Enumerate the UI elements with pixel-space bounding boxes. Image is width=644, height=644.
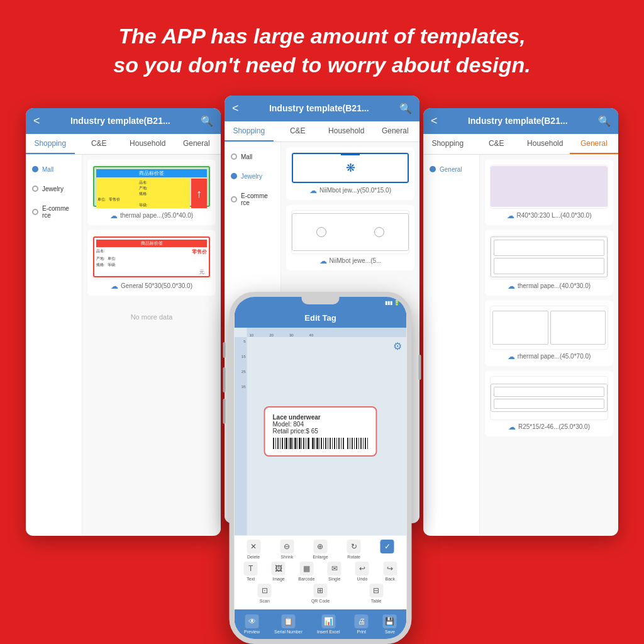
tab-shopping-right[interactable]: Shopping (423, 134, 472, 154)
tool-print[interactable]: 🖨 Print (355, 614, 369, 634)
sidebar-left: Mall Jewelry E-commerce (26, 155, 82, 535)
sidebar-item-jewelry-middle[interactable]: Jewelry (225, 167, 280, 186)
app-screen-right: < Industry template(B21... 🔍 Shopping C&… (423, 108, 618, 536)
label-green: 商品标价签 品名: 产地: 规格: 单位:零售价 等级: (93, 166, 210, 207)
search-icon-right[interactable]: 🔍 (598, 115, 611, 127)
scan-icon: ⊡ (258, 584, 272, 597)
tab-ce-right[interactable]: C&E (472, 134, 521, 154)
template-preview-lavender (490, 165, 608, 209)
tab-household-left[interactable]: Household (123, 134, 172, 154)
jewelry-label: ❋ (292, 153, 409, 183)
tab-household-right[interactable]: Household (521, 134, 570, 154)
vol-up-button (223, 367, 226, 392)
tool-text[interactable]: T Text (240, 562, 262, 581)
toolbar-row3: ⊡ Scan ⊞ QR Code ⊟ Table (237, 584, 404, 603)
cloud-icon-red: ☁ (111, 282, 118, 291)
tool-serial[interactable]: 📋 Serial Number (274, 614, 303, 634)
label-red-row1: 品名: 零售价 (96, 248, 207, 255)
phone-outer: ▮▮▮ 🔋 Edit Tag 10203040 5152535 ⚙ (230, 292, 415, 644)
shrink-icon: ⊖ (280, 540, 294, 553)
template-preview-red: 商品标价签 品名: 零售价 产地:单位: 规格:等级: 元 (92, 235, 211, 279)
tool-back[interactable]: ↪ Back (379, 562, 401, 581)
sidebar-item-ecommerce-left[interactable]: E-commerce (26, 199, 82, 225)
template-label-red: ☁ General 50*30(50.0*30.0) (92, 282, 211, 291)
tabs-middle: Shopping C&E Household General (225, 121, 419, 142)
tool-preview[interactable]: 👁 Preview (244, 614, 260, 634)
back-button-right[interactable]: < (431, 114, 438, 128)
phone-header: Edit Tag (235, 308, 407, 328)
template-preview-double (490, 235, 608, 279)
label-green-title: 商品标价签 (96, 169, 207, 177)
ruler-vertical: 5152535 (235, 337, 247, 535)
template-item-green[interactable]: 商品标价签 品名: 产地: 规格: 单位:零售价 等级: (87, 160, 216, 225)
template-item-jewelry[interactable]: ❋ ☁ NiiMbot jew...y(50.0*15.0) (286, 147, 414, 200)
back-button-middle[interactable]: < (232, 102, 239, 115)
cloud-icon-green: ☁ (110, 211, 118, 220)
tab-ce-middle[interactable]: C&E (274, 121, 323, 142)
cloud-icon-double-v: ☁ (508, 352, 515, 361)
tab-shopping-left[interactable]: Shopping (26, 134, 75, 154)
template-item-double-v[interactable]: ☁ rhermal pape...(45.0*70.0) (485, 301, 613, 366)
sidebar-item-mall-middle[interactable]: Mall (225, 147, 280, 167)
no-more-data: No more data (87, 301, 216, 333)
tool-save[interactable]: 💾 Save (383, 614, 397, 634)
tool-qrcode[interactable]: ⊞ QR Code (309, 584, 331, 603)
check-icon: ✓ (380, 540, 394, 553)
phone-wrapper: ▮▮▮ 🔋 Edit Tag 10203040 5152535 ⚙ (230, 292, 415, 644)
circle2 (374, 227, 384, 237)
template-item-lavender[interactable]: ☁ R40*30:230 L...(40.0*30.0) (485, 160, 613, 225)
app-screen-left: < Industry template(B21... 🔍 Shopping C&… (26, 108, 221, 536)
circle1 (316, 227, 326, 237)
template-item-rect[interactable]: ☁ NiiMbot jewe...(5... (286, 205, 414, 270)
print-icon: 🖨 (355, 614, 369, 628)
tool-undo[interactable]: ↩ Undo (351, 562, 374, 581)
tab-general-right[interactable]: General (570, 134, 619, 154)
tab-ce-left[interactable]: C&E (75, 134, 124, 154)
tool-image[interactable]: 🖼 Image (267, 562, 290, 581)
template-item-small[interactable]: ☁ R25*15/2-46...(25.0*30.0) (485, 371, 613, 436)
template-item-red[interactable]: 商品标价签 品名: 零售价 产地:单位: 规格:等级: 元 ☁ Gener (87, 230, 216, 296)
settings-icon[interactable]: ⚙ (393, 340, 402, 352)
label-red-price: 商品标价签 品名: 零售价 产地:单位: 规格:等级: 元 (93, 236, 210, 277)
tab-general-left[interactable]: General (172, 134, 221, 154)
back-button-left[interactable]: < (33, 114, 40, 128)
tool-excel[interactable]: 📊 Insert Excel (317, 614, 340, 634)
tool-table[interactable]: ⊟ Table (365, 584, 387, 603)
template-label-double: ☁ thermal pape...(40.0*30.0) (490, 282, 608, 291)
tool-check[interactable]: ✓ (376, 540, 399, 559)
label-line1: Lace underwear (273, 414, 369, 421)
sidebar-item-ecommerce-middle[interactable]: E-commerce (225, 186, 280, 213)
cloud-icon-rect: ☁ (319, 257, 327, 265)
sidebar-item-general-right[interactable]: General (423, 160, 479, 179)
label-green-left: 品名: 产地: 规格: 单位:零售价 等级: (96, 179, 190, 209)
search-icon-left[interactable]: 🔍 (201, 115, 213, 127)
screen-title-left: Industry template(B21... (70, 116, 170, 126)
radio-ecommerce-middle (231, 196, 237, 203)
tool-delete[interactable]: ✕ Delete (242, 540, 265, 559)
label-lavender (491, 166, 608, 207)
toolbar-row1: ✕ Delete ⊖ Shrink ⊕ Enlarge ↻ (237, 540, 404, 559)
label-double (491, 236, 608, 277)
phone-screen: ▮▮▮ 🔋 Edit Tag 10203040 5152535 ⚙ (235, 297, 407, 639)
template-item-double[interactable]: ☁ thermal pape...(40.0*30.0) (485, 230, 613, 296)
sidebar-item-mall-left[interactable]: Mall (26, 160, 82, 179)
sidebar-item-jewelry-left[interactable]: Jewelry (26, 179, 82, 199)
label-small (491, 384, 608, 412)
content-area-left: 商品标价签 品名: 产地: 规格: 单位:零售价 等级: (82, 155, 221, 535)
cloud-icon-jewelry: ☁ (309, 186, 317, 195)
template-preview-double-v (490, 306, 608, 350)
tool-enlarge[interactable]: ⊕ Enlarge (309, 540, 331, 559)
tool-rotate[interactable]: ↻ Rotate (343, 540, 365, 559)
tool-shrink[interactable]: ⊖ Shrink (275, 540, 298, 559)
tab-shopping-middle[interactable]: Shopping (225, 121, 274, 142)
tool-scan[interactable]: ⊡ Scan (253, 584, 276, 603)
search-icon-middle[interactable]: 🔍 (399, 103, 412, 114)
sidebar-right: General (423, 155, 480, 535)
screen-header-left: < Industry template(B21... 🔍 (26, 108, 221, 134)
tab-household-middle[interactable]: Household (322, 121, 371, 142)
tool-barcode[interactable]: ▦ Barcode (295, 562, 318, 581)
tabs-left: Shopping C&E Household General (26, 134, 221, 155)
barcode-display (273, 438, 369, 449)
tool-single[interactable]: ✉ Single (323, 562, 346, 581)
tab-general-middle[interactable]: General (371, 121, 420, 142)
